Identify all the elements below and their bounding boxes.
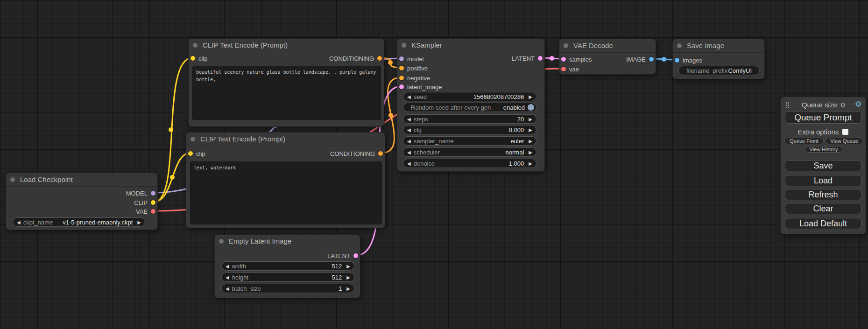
collapse-dot-icon[interactable] — [564, 43, 568, 48]
load-default-button[interactable]: Load Default — [785, 218, 861, 229]
node-title-bar[interactable]: CLIP Text Encode (Prompt) — [186, 133, 385, 146]
collapse-dot-icon[interactable] — [219, 239, 224, 244]
increment-arrow-icon[interactable]: ▶ — [528, 161, 533, 166]
output-slot-latent[interactable] — [353, 253, 358, 258]
increment-arrow-icon[interactable]: ▶ — [528, 117, 533, 122]
link-dot — [388, 60, 393, 65]
cfg-widget[interactable]: ◀ cfg 8.000 ▶ — [403, 125, 536, 134]
input-slot-clip[interactable] — [188, 151, 193, 156]
collapse-dot-icon[interactable] — [677, 43, 682, 48]
increment-arrow-icon[interactable]: ▶ — [528, 150, 533, 155]
scheduler-widget[interactable]: ◀ scheduler normal ▶ — [403, 147, 536, 157]
increment-arrow-icon[interactable]: ▶ — [528, 127, 533, 133]
batch-size-widget[interactable]: ◀ batch_size 1 ▶ — [221, 284, 354, 293]
input-slot-samples[interactable] — [561, 57, 566, 62]
collapse-dot-icon[interactable] — [191, 137, 195, 141]
node-empty-latent-image[interactable]: Empty Latent Image LATENT ◀ width 512 ▶ … — [214, 234, 360, 298]
link-dot — [170, 175, 175, 180]
output-label: MODEL — [126, 190, 148, 197]
node-title-bar[interactable]: Load Checkpoint — [6, 173, 157, 187]
decrement-arrow-icon[interactable]: ◀ — [225, 286, 230, 291]
output-label: CLIP — [134, 199, 148, 206]
seed-widget[interactable]: ◀ seed 156680208700286 ▶ — [403, 92, 536, 101]
node-title: Save Image — [687, 39, 724, 52]
node-clip-text-encode-positive[interactable]: CLIP Text Encode (Prompt) clip CONDITION… — [188, 38, 384, 127]
decrement-arrow-icon[interactable]: ◀ — [406, 127, 412, 133]
input-slot-vae[interactable] — [561, 67, 566, 71]
decrement-arrow-icon[interactable]: ◀ — [406, 139, 412, 144]
comfyui-canvas[interactable]: { "colors": { "clip": "#FFD426", "model"… — [0, 0, 868, 329]
decrement-arrow-icon[interactable]: ◀ — [225, 275, 230, 280]
increment-arrow-icon[interactable]: ▶ — [346, 286, 351, 291]
output-slot-clip[interactable] — [151, 200, 155, 205]
node-title-bar[interactable]: CLIP Text Encode (Prompt) — [189, 39, 384, 52]
decrement-arrow-icon[interactable]: ◀ — [406, 161, 412, 166]
gear-icon[interactable]: ⚙ — [855, 99, 862, 109]
steps-widget[interactable]: ◀ steps 20 ▶ — [403, 114, 536, 124]
prompt-textarea[interactable]: text, watermark — [190, 161, 382, 224]
decrement-arrow-icon[interactable]: ◀ — [406, 150, 412, 155]
queue-front-button[interactable]: Queue Front — [784, 138, 824, 144]
increment-arrow-icon[interactable]: ▶ — [346, 264, 351, 269]
ckpt-name-widget[interactable]: ◀ ckpt_name v1-5-pruned-emaonly.ckpt ▶ — [13, 217, 145, 227]
decrement-arrow-icon[interactable]: ◀ — [406, 94, 412, 99]
sampler-name-widget[interactable]: ◀ sampler_name euler ▶ — [403, 136, 536, 146]
node-clip-text-encode-negative[interactable]: CLIP Text Encode (Prompt) clip CONDITION… — [186, 132, 385, 228]
view-queue-button[interactable]: View Queue — [825, 138, 863, 144]
extra-options-checkbox[interactable] — [842, 129, 848, 135]
node-ksampler[interactable]: KSampler model positive negative latent_… — [397, 38, 545, 172]
increment-arrow-icon[interactable]: ▶ — [346, 275, 351, 280]
node-title-bar[interactable]: KSampler — [397, 39, 544, 52]
input-slot-positive[interactable] — [399, 66, 404, 70]
load-button[interactable]: Load — [785, 175, 861, 186]
node-title: VAE Decode — [573, 39, 613, 52]
link-dot — [550, 56, 554, 61]
collapse-dot-icon[interactable] — [193, 43, 198, 48]
output-slot-model[interactable] — [151, 191, 155, 196]
input-slot-model[interactable] — [399, 56, 404, 61]
filename-prefix-widget[interactable]: filename_prefix ComfyUI — [678, 66, 760, 75]
input-label: clip — [198, 55, 208, 62]
prompt-textarea[interactable]: beautiful scenery nature glass bottle la… — [192, 66, 381, 120]
decrement-arrow-icon[interactable]: ◀ — [225, 264, 230, 269]
node-title-bar[interactable]: VAE Decode — [559, 39, 656, 53]
input-slot-clip[interactable] — [191, 56, 195, 61]
node-title: Load Checkpoint — [20, 173, 73, 186]
collapse-dot-icon[interactable] — [402, 43, 406, 48]
queue-prompt-button[interactable]: Queue Prompt — [785, 111, 861, 124]
node-vae-decode[interactable]: VAE Decode samples vae IMAGE — [559, 39, 656, 75]
width-widget[interactable]: ◀ width 512 ▶ — [221, 261, 354, 271]
output-slot-latent[interactable] — [538, 56, 543, 61]
output-label: LATENT — [327, 252, 350, 259]
output-slot-conditioning[interactable] — [378, 151, 383, 156]
node-load-checkpoint[interactable]: Load Checkpoint MODEL CLIP VAE ◀ ckpt_na… — [6, 173, 158, 230]
node-title-bar[interactable]: Save Image — [673, 39, 764, 53]
increment-arrow-icon[interactable]: ▶ — [528, 94, 533, 99]
increment-arrow-icon[interactable]: ▶ — [528, 139, 533, 144]
save-button[interactable]: Save — [785, 160, 861, 171]
node-save-image[interactable]: Save Image images filename_prefix ComfyU… — [672, 39, 765, 79]
input-slot-negative[interactable] — [399, 76, 404, 80]
random-seed-toggle-widget[interactable]: Random seed after every gen enabled — [403, 103, 536, 112]
input-slot-images[interactable] — [675, 58, 679, 63]
clear-button[interactable]: Clear — [785, 203, 861, 214]
queue-panel[interactable]: Queue size: 0 ⚙ Queue Prompt Extra optio… — [780, 97, 866, 234]
node-title-bar[interactable]: Empty Latent Image — [215, 235, 360, 248]
output-label: CONDITIONING — [330, 150, 375, 157]
height-widget[interactable]: ◀ height 512 ▶ — [221, 273, 354, 282]
increment-arrow-icon[interactable]: ▶ — [136, 220, 142, 225]
extra-options-label: Extra options — [798, 128, 839, 136]
view-history-button[interactable]: View History — [805, 146, 842, 153]
toggle-icon[interactable] — [528, 104, 534, 111]
decrement-arrow-icon[interactable]: ◀ — [16, 220, 21, 225]
collapse-dot-icon[interactable] — [10, 177, 15, 182]
input-slot-latent-image[interactable] — [399, 84, 404, 89]
decrement-arrow-icon[interactable]: ◀ — [406, 117, 412, 122]
output-slot-vae[interactable] — [151, 209, 155, 214]
refresh-button[interactable]: Refresh — [785, 189, 861, 200]
denoise-widget[interactable]: ◀ denoise 1.000 ▶ — [403, 159, 536, 168]
link-dot — [388, 113, 393, 118]
output-label: LATENT — [512, 55, 535, 62]
output-slot-image[interactable] — [649, 57, 654, 62]
output-slot-conditioning[interactable] — [377, 56, 382, 61]
